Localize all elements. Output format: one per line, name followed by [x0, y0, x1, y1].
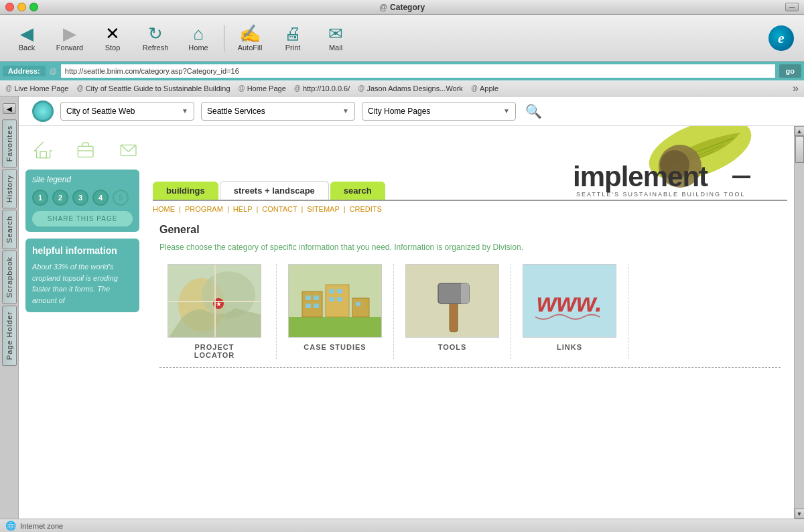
mail-button[interactable]: ✉ Mail: [316, 19, 356, 58]
nav-dropdown-city-web[interactable]: City of Seattle Web ▼: [60, 102, 194, 121]
print-label: Print: [285, 44, 301, 52]
home-label: Home: [188, 44, 208, 52]
tab-buildings[interactable]: buildings: [153, 182, 218, 200]
nav-dropdown-city-home-label: City Home Pages: [368, 107, 430, 116]
category-case-studies[interactable]: CASE STUDIES: [277, 264, 394, 359]
home-button[interactable]: ⌂ Home: [178, 19, 218, 58]
page-content: City of Seattle Web ▼ Seattle Services ▼…: [19, 96, 804, 519]
subnav-sitemap[interactable]: SITEMAP: [307, 205, 339, 213]
bookmark-jason[interactable]: @ Jason Adams Designs...Work: [358, 84, 463, 92]
autofill-icon: ✍: [239, 25, 261, 42]
category-label-project-locator: PROJECTLOCATOR: [194, 343, 234, 359]
back-button[interactable]: ◀ Back: [7, 19, 47, 58]
category-label-links: LINKS: [557, 343, 582, 351]
nav-dropdown-seattle-services[interactable]: Seattle Services ▼: [201, 102, 355, 121]
forward-icon: ▶: [63, 25, 76, 42]
address-label: Address:: [3, 66, 46, 76]
site-legend: site legend 1 2 3 4 5 SHARE THIS PAGE: [25, 170, 139, 232]
svg-rect-37: [461, 283, 469, 304]
legend-circle-2[interactable]: 2: [52, 190, 68, 206]
bookmark-icon: @: [5, 84, 12, 92]
bookmark-icon: @: [239, 84, 245, 92]
mail-icon: ✉: [328, 25, 343, 42]
tools-image: [405, 264, 499, 338]
svg-rect-27: [306, 304, 311, 308]
scroll-thumb[interactable]: [795, 136, 804, 163]
legend-circle-5[interactable]: 5: [113, 190, 129, 206]
bottom-dashed-line: [159, 367, 781, 368]
bookmarks-more-button[interactable]: »: [793, 82, 799, 94]
bookmark-label: City of Seattle Guide to Sustainable Bui…: [86, 84, 230, 92]
sidebar-tab-favorites[interactable]: Favorites: [2, 119, 17, 168]
subnav-credits[interactable]: CREDITS: [350, 205, 382, 213]
refresh-button[interactable]: ↻ Refresh: [135, 19, 176, 58]
svg-rect-29: [329, 289, 334, 293]
bookmark-live-home[interactable]: @ Live Home Page: [5, 84, 68, 92]
subnav-help[interactable]: HELP: [233, 205, 253, 213]
autofill-button[interactable]: ✍ AutoFill: [230, 19, 270, 58]
sidebar-tab-pageholder[interactable]: Page Holder: [2, 306, 17, 366]
subnav-home[interactable]: HOME: [153, 205, 175, 213]
minimize-button[interactable]: [17, 3, 26, 11]
bookmark-ip[interactable]: @ http://10.0.0.6/: [294, 84, 350, 92]
category-project-locator[interactable]: ★ PROJECTLOCATOR: [159, 264, 277, 359]
sidebar-tab-search[interactable]: Search: [2, 210, 17, 249]
go-button[interactable]: go: [779, 64, 801, 78]
stop-icon: ✕: [105, 25, 120, 42]
tab-streets[interactable]: streets + landscape: [220, 181, 329, 200]
in-page-nav: City of Seattle Web ▼ Seattle Services ▼…: [19, 96, 804, 126]
briefcase-sketch-icon: [74, 133, 96, 166]
helpful-section: helpful information About 33% of the wor…: [25, 239, 139, 312]
refresh-label: Refresh: [143, 44, 169, 52]
tab-search[interactable]: search: [330, 182, 385, 200]
close-button[interactable]: [5, 3, 14, 11]
address-input[interactable]: [61, 64, 775, 78]
nav-dropdown-seattle-services-label: Seattle Services: [207, 107, 265, 116]
nav-dropdown-city-home[interactable]: City Home Pages ▼: [362, 102, 516, 121]
svg-rect-0: [40, 151, 46, 157]
tabs-row: buildings streets + landscape search: [153, 181, 385, 200]
sidebar-tab-scrapbook[interactable]: Scrapbook: [2, 251, 17, 304]
case-studies-image: [288, 264, 382, 338]
share-button[interactable]: SHARE THIS PAGE: [32, 211, 133, 226]
sidebar-tab-history[interactable]: History: [2, 169, 17, 208]
collapse-button[interactable]: —: [785, 3, 799, 11]
category-grid: ★ PROJECTLOCATOR: [159, 264, 781, 359]
status-text: Internet zone: [20, 522, 63, 530]
legend-circle-3[interactable]: 3: [72, 190, 88, 206]
subnav-program[interactable]: PROGRAM: [185, 205, 223, 213]
bookmark-homepage[interactable]: @ Home Page: [239, 84, 286, 92]
scroll-up-button[interactable]: ▲: [795, 126, 805, 136]
helpful-text: About 33% of the world's cropland topsoi…: [32, 261, 133, 306]
tabs-underline: [153, 200, 787, 201]
home-icon: ⌂: [193, 25, 204, 42]
links-image: www.: [523, 264, 616, 338]
stop-button[interactable]: ✕ Stop: [92, 19, 133, 58]
bookmark-seattle[interactable]: @ City of Seattle Guide to Sustainable B…: [76, 84, 230, 92]
main-desc: Please choose the category of specific i…: [159, 241, 781, 253]
scroll-down-button[interactable]: ▼: [795, 509, 805, 519]
print-button[interactable]: 🖨 Print: [273, 19, 313, 58]
envelope-sketch-icon: [117, 133, 139, 166]
maximize-button[interactable]: [29, 3, 38, 11]
ie-logo: e: [768, 25, 794, 51]
bookmark-apple[interactable]: @ Apple: [471, 84, 498, 92]
sidebar-collapse-arrow[interactable]: ◀: [3, 103, 16, 114]
nav-search-button[interactable]: 🔍: [523, 101, 544, 122]
svg-rect-30: [337, 289, 342, 293]
helpful-title: helpful information: [32, 245, 133, 256]
svg-rect-32: [337, 297, 342, 302]
nav-logo[interactable]: [32, 101, 54, 122]
svg-rect-33: [356, 302, 360, 306]
window-controls[interactable]: [5, 3, 38, 11]
forward-button[interactable]: ▶ Forward: [50, 19, 90, 58]
address-icon: @: [50, 67, 57, 75]
legend-circle-1[interactable]: 1: [32, 190, 48, 206]
sub-nav: HOME | PROGRAM | HELP | CONTACT | SITEMA…: [153, 205, 787, 213]
toolbar-separator: [224, 25, 224, 52]
subnav-contact[interactable]: CONTACT: [262, 205, 297, 213]
legend-circle-4[interactable]: 4: [92, 190, 109, 206]
category-tools[interactable]: TOOLS: [394, 264, 511, 359]
site-legend-title: site legend: [32, 175, 133, 184]
category-links[interactable]: www. LINKS: [511, 264, 628, 359]
